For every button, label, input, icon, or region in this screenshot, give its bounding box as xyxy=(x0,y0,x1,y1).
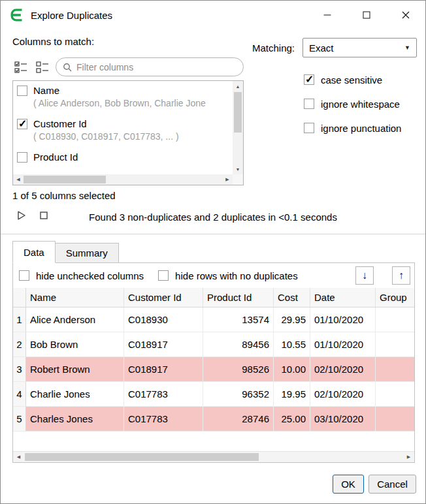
data-tab-pane: hide unchecked columnshide rows with no … xyxy=(12,262,415,463)
scroll-left-icon[interactable]: ◀ xyxy=(13,452,24,462)
table-cell[interactable]: 98526 xyxy=(203,357,274,382)
minimize-button[interactable] xyxy=(308,1,347,29)
table-cell[interactable]: C018930 xyxy=(124,307,203,332)
table-cell[interactable]: 02/10/2020 xyxy=(310,357,376,382)
checkbox-label: hide unchecked columns xyxy=(36,270,144,281)
table-row[interactable]: 1Alice AndersonC0189301357429.9501/10/20… xyxy=(13,307,414,332)
checkbox[interactable] xyxy=(304,123,314,133)
row-number: 3 xyxy=(13,357,26,382)
row-number: 5 xyxy=(13,407,26,432)
table-cell[interactable] xyxy=(376,332,414,357)
close-button[interactable] xyxy=(386,1,425,29)
table-cell[interactable]: 19.95 xyxy=(274,382,310,407)
tab-summary[interactable]: Summary xyxy=(56,243,119,263)
table-cell[interactable]: Charles Jones xyxy=(26,407,124,432)
columns-list-horizontal-scrollbar[interactable]: ◀ ▶ xyxy=(13,174,233,185)
table-cell[interactable]: Alice Anderson xyxy=(26,307,124,332)
table-cell[interactable] xyxy=(376,382,414,407)
table-cell[interactable] xyxy=(376,307,414,332)
column-item[interactable]: Name( Alice Anderson, Bob Brown, Charlie… xyxy=(13,81,233,114)
filter-columns-input[interactable] xyxy=(76,62,237,72)
column-sample: ( C018930, C018917, C017783, ... ) xyxy=(33,131,179,143)
scrollbar-corner xyxy=(233,174,243,185)
checkbox[interactable] xyxy=(19,270,29,281)
column-header[interactable]: Group xyxy=(376,288,414,307)
results-table: NameCustomer IdProduct IdCostDateGroup 1… xyxy=(13,288,414,451)
checkbox[interactable] xyxy=(158,270,169,281)
table-cell[interactable]: 10.55 xyxy=(274,332,310,357)
column-item[interactable]: Customer Id( C018930, C018917, C017783, … xyxy=(13,114,233,148)
table-cell[interactable] xyxy=(376,357,414,382)
table-cell[interactable]: C018917 xyxy=(124,357,203,382)
maximize-button[interactable] xyxy=(347,1,386,29)
column-item[interactable]: Product Id xyxy=(13,148,233,174)
window-controls xyxy=(308,1,425,29)
filter-columns-box[interactable] xyxy=(56,57,244,76)
checkbox[interactable] xyxy=(304,99,314,109)
column-checkbox[interactable] xyxy=(17,119,27,129)
tab-data[interactable]: Data xyxy=(12,241,56,263)
table-cell[interactable]: C017783 xyxy=(124,382,203,407)
column-header[interactable]: Date xyxy=(310,288,376,307)
vertical-scroll-thumb[interactable] xyxy=(234,92,242,133)
checkbox[interactable] xyxy=(304,74,314,85)
uncheck-all-columns-button[interactable] xyxy=(34,59,51,76)
table-cell[interactable]: Robert Brown xyxy=(26,357,124,382)
table-cell[interactable]: 10.00 xyxy=(274,357,310,382)
move-down-button[interactable]: ↓ xyxy=(355,266,374,285)
scroll-down-icon[interactable]: ▼ xyxy=(233,164,243,174)
table-horizontal-scrollbar[interactable]: ◀ ▶ xyxy=(13,451,414,462)
selection-summary: 1 of 5 columns selected xyxy=(12,190,116,201)
scroll-right-icon[interactable]: ▶ xyxy=(222,174,233,185)
table-row[interactable]: 2Bob BrownC0189178945610.5501/10/2020 xyxy=(13,332,414,357)
column-checkbox[interactable] xyxy=(17,152,27,163)
scroll-right-icon[interactable]: ▶ xyxy=(403,452,414,462)
checkbox-label: ignore whitespace xyxy=(321,99,400,110)
column-header[interactable]: Customer Id xyxy=(124,288,203,307)
tab-bar: DataSummary xyxy=(12,241,119,263)
table-cell[interactable]: Charlie Jones xyxy=(26,382,124,407)
table-cell[interactable]: 89456 xyxy=(203,332,274,357)
scroll-up-icon[interactable]: ▲ xyxy=(233,81,243,91)
table-cell[interactable]: 25.00 xyxy=(274,407,310,432)
table-cell[interactable]: 28746 xyxy=(203,407,274,432)
column-checkbox[interactable] xyxy=(17,86,27,96)
matching-option-ignore-punctuation[interactable]: ignore punctuation xyxy=(304,121,401,135)
columns-list-vertical-scrollbar[interactable]: ▲ ▼ xyxy=(233,81,243,174)
table-cell[interactable] xyxy=(376,407,414,432)
table-cell[interactable]: 01/10/2020 xyxy=(310,332,376,357)
move-up-button[interactable]: ↑ xyxy=(392,266,410,285)
table-cell[interactable]: 01/10/2020 xyxy=(310,307,376,332)
column-header[interactable]: Cost xyxy=(274,288,310,307)
cancel-button[interactable]: Cancel xyxy=(369,475,416,494)
table-option-hide-rows-with-no-duplicates[interactable]: hide rows with no duplicates xyxy=(158,268,298,283)
table-cell[interactable]: 02/10/2020 xyxy=(310,382,376,407)
table-cell[interactable]: 03/10/2020 xyxy=(310,407,376,432)
ok-button[interactable]: OK xyxy=(333,475,364,494)
column-header[interactable]: Product Id xyxy=(203,288,274,307)
table-cell[interactable]: 96352 xyxy=(203,382,274,407)
table-cell[interactable]: 13574 xyxy=(203,307,274,332)
scroll-left-icon[interactable]: ◀ xyxy=(13,174,24,185)
matching-option-case-sensitive[interactable]: case sensitive xyxy=(304,72,401,87)
table-row[interactable]: 3Robert BrownC0189179852610.0002/10/2020 xyxy=(13,357,414,382)
columns-list: Name( Alice Anderson, Bob Brown, Charlie… xyxy=(12,80,244,185)
table-cell[interactable]: 29.95 xyxy=(274,307,310,332)
table-option-hide-unchecked-columns[interactable]: hide unchecked columns xyxy=(19,268,144,283)
check-all-columns-button[interactable] xyxy=(12,59,29,76)
column-label: Name xyxy=(33,84,206,97)
checkbox-label: hide rows with no duplicates xyxy=(175,270,298,281)
table-row[interactable]: 5Charles JonesC0177832874625.0003/10/202… xyxy=(13,407,414,432)
table-horizontal-scroll-thumb[interactable] xyxy=(25,453,259,461)
status-text: Found 3 non-duplicates and 2 duplicates … xyxy=(1,212,425,223)
table-cell[interactable]: C018917 xyxy=(124,332,203,357)
column-sample: ( Alice Anderson, Bob Brown, Charlie Jon… xyxy=(33,97,206,110)
table-cell[interactable]: Bob Brown xyxy=(26,332,124,357)
table-option-checkboxes: hide unchecked columnshide rows with no … xyxy=(19,268,298,283)
column-header[interactable]: Name xyxy=(26,288,124,307)
matching-option-ignore-whitespace[interactable]: ignore whitespace xyxy=(304,97,401,111)
table-row[interactable]: 4Charlie JonesC0177839635219.9502/10/202… xyxy=(13,382,414,407)
table-cell[interactable]: C017783 xyxy=(124,407,203,432)
horizontal-scroll-thumb[interactable] xyxy=(24,176,106,183)
matching-select[interactable]: Exact ▼ xyxy=(303,38,417,57)
